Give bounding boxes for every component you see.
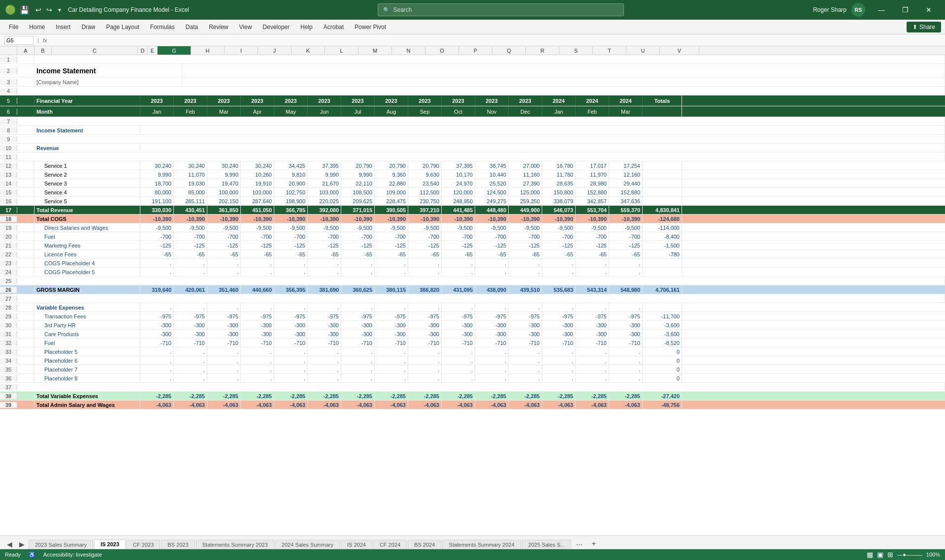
tab-is-2024[interactable]: IS 2024 [341,540,372,549]
cell-1a[interactable] [17,55,34,63]
total-row-12[interactable] [643,161,682,170]
row-num-36: 36 [0,375,17,381]
menu-review[interactable]: Review [204,22,233,32]
menu-file[interactable]: File [4,22,23,32]
tab-cf-2024[interactable]: CF 2024 [373,540,407,549]
restore-button[interactable]: ❐ [894,0,916,20]
total-row-28[interactable] [643,303,682,311]
total-row-32[interactable]: -8,520 [643,339,682,347]
menu-home[interactable]: Home [24,22,50,32]
total-row-13[interactable] [643,170,682,179]
col-e[interactable]: E [148,46,158,55]
total-row-31[interactable]: -3,600 [643,330,682,338]
share-label: Share [919,24,935,31]
total-row-26[interactable]: 4,706,161 [643,285,682,294]
col-s[interactable]: S [559,46,593,55]
menu-page-layout[interactable]: Page Layout [101,22,144,32]
tab-more[interactable]: ⋯ [572,540,587,549]
tab-bs-2023[interactable]: BS 2023 [161,540,195,549]
total-row-29[interactable]: -11,700 [643,312,682,320]
col-totals[interactable]: V [660,46,699,55]
col-p[interactable]: P [459,46,492,55]
col-q[interactable]: Q [492,46,526,55]
col-c[interactable]: C [52,46,138,55]
col-g[interactable]: G [158,46,191,55]
total-row-15[interactable] [643,188,682,196]
total-row-30[interactable]: -3,600 [643,321,682,329]
col-m[interactable]: M [358,46,392,55]
search-box[interactable]: 🔍 [378,3,624,16]
tab-statements-summary-2023[interactable]: Statements Summary 2023 [196,540,274,549]
tab-cf-2023[interactable]: CF 2023 [127,540,160,549]
label-row-15: Service 4 [34,188,140,196]
tab-2023-sales-summary[interactable]: 2023 Sales Summary [29,540,93,549]
col-l[interactable]: L [325,46,358,55]
row-num-17: 17 [0,207,17,213]
tab-scroll-left[interactable]: ◀ [4,539,15,549]
share-button[interactable]: ⬆ Share [907,22,941,32]
total-row-39[interactable]: -48,756 [643,401,682,409]
tab-bs-2024[interactable]: BS 2024 [408,540,441,549]
redo-button[interactable]: ↪ [44,5,54,15]
row-num-1: 1 [0,57,17,62]
close-button[interactable]: ✕ [917,0,940,20]
minimize-button[interactable]: — [870,0,893,20]
formula-input[interactable] [51,37,941,43]
col-n[interactable]: N [392,46,425,55]
menu-formulas[interactable]: Formulas [145,22,180,32]
view-page-layout[interactable]: ▣ [877,551,883,559]
menu-power-pivot[interactable]: Power Pivot [350,22,391,32]
menu-data[interactable]: Data [181,22,203,32]
totals-header: Totals [643,95,682,106]
col-d[interactable]: D [138,46,148,55]
menu-insert[interactable]: Insert [51,22,75,32]
col-o[interactable]: O [425,46,459,55]
row-12: 12Service 130,24030,24030,24030,24034,42… [0,161,945,170]
col-r[interactable]: R [526,46,559,55]
tab-scroll-right[interactable]: ▶ [16,539,28,549]
col-b[interactable]: B [34,46,52,55]
total-row-22[interactable]: -780 [643,250,682,258]
tab-2024-sales-summary[interactable]: 2024 Sales Summary [275,540,340,549]
month-label: Month [34,106,140,117]
status-ready: Ready [5,552,21,558]
total-row-19[interactable]: -114,000 [643,223,682,232]
col-h[interactable]: H [191,46,225,55]
dropdown-button[interactable]: ▼ [55,5,64,15]
total-row-16[interactable] [643,197,682,205]
col-t[interactable]: T [593,46,626,55]
menu-help[interactable]: Help [295,22,318,32]
total-row-18[interactable]: -124,680 [643,215,682,223]
save-button[interactable]: 💾 [20,5,30,15]
tab-is-2023[interactable]: IS 2023 [94,539,126,549]
menu-view[interactable]: View [234,22,257,32]
total-row-38[interactable]: -27,420 [643,392,682,400]
col-j[interactable]: J [258,46,292,55]
view-normal[interactable]: ▦ [867,551,873,559]
tab-2025-sales[interactable]: 2025 Sales S... [522,540,572,549]
menu-acrobat[interactable]: Acrobat [319,22,349,32]
view-page-break[interactable]: ⊞ [887,551,893,559]
total-row-20[interactable]: -8,400 [643,232,682,241]
col-u[interactable]: U [626,46,660,55]
cell-reference[interactable]: G5 [4,36,33,45]
total-row-21[interactable]: -1,500 [643,241,682,249]
total-row-35[interactable]: 0 [643,365,682,373]
col-a[interactable]: A [17,46,34,55]
col-k[interactable]: K [292,46,325,55]
col-i[interactable]: I [225,46,258,55]
tab-statements-summary-2024[interactable]: Statements Summary 2024 [442,540,521,549]
menu-draw[interactable]: Draw [76,22,100,32]
add-sheet-button[interactable]: + [587,538,600,549]
total-row-33[interactable]: 0 [643,347,682,356]
total-row-17[interactable]: 4,830,841 [643,206,682,214]
menu-developer[interactable]: Developer [258,22,294,32]
total-row-34[interactable]: 0 [643,356,682,365]
zoom-slider[interactable]: —●——— [897,552,922,558]
total-row-14[interactable] [643,179,682,187]
search-input[interactable] [393,6,619,13]
total-row-23[interactable] [643,259,682,267]
total-row-24[interactable] [643,268,682,276]
undo-button[interactable]: ↩ [33,5,43,15]
total-row-36[interactable]: 0 [643,374,682,382]
